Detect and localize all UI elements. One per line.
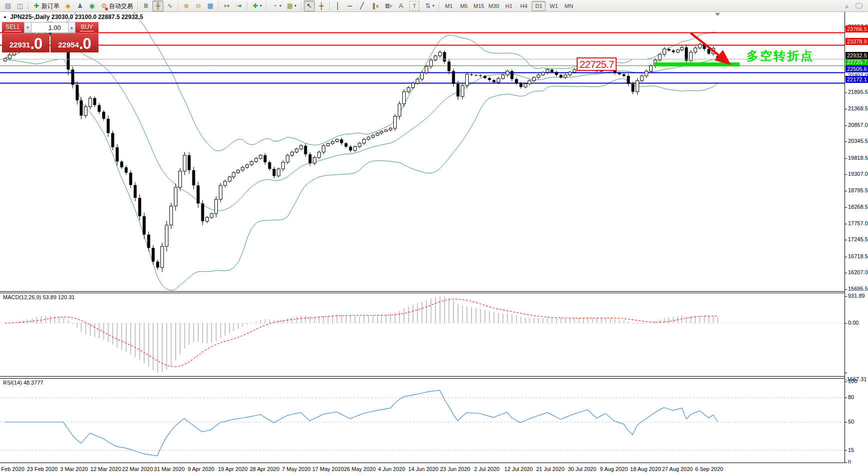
timeframe-h1[interactable]: H1: [502, 1, 516, 11]
date-label: 19 Apr 2020: [218, 466, 247, 472]
auto-scroll-icon[interactable]: ↦: [221, 0, 232, 11]
periods-icon-caret[interactable]: ▾: [279, 1, 281, 10]
volume-decrease-button[interactable]: ▼: [24, 22, 31, 33]
text-icon: A: [397, 1, 404, 10]
date-label: 23 Jun 2020: [440, 466, 470, 472]
auto-scroll-icon: ↦: [223, 1, 230, 10]
cursor-icon: ↖: [306, 1, 313, 10]
signals-icon[interactable]: ◉: [86, 0, 97, 11]
cursor-icon[interactable]: ↖: [304, 0, 315, 11]
rsi-tick: 15: [845, 447, 868, 454]
autotrading-button[interactable]: ⚙自动交易: [98, 0, 135, 11]
indicators-icon-caret[interactable]: ▾: [260, 1, 262, 10]
zoom-in-icon: ⊕: [183, 1, 190, 10]
price-annotation-box[interactable]: 22725.7: [577, 57, 617, 71]
turning-point-note[interactable]: 多空转折点: [747, 48, 814, 64]
trendline-icon[interactable]: ╱: [356, 0, 367, 11]
chart-shift-icon[interactable]: ⇥: [233, 0, 244, 11]
chart-shift-icon: ⇥: [235, 1, 242, 10]
price-axis[interactable]: 23957.022407.021895.521368.520857.020345…: [845, 12, 868, 463]
rsi-pane[interactable]: [0, 378, 845, 463]
chat-icon: [856, 2, 863, 11]
date-label: 27 Aug 2020: [662, 466, 693, 472]
date-label: 18 Aug 2020: [630, 466, 661, 472]
buy-price-display[interactable]: 22954 .0: [50, 33, 98, 52]
timeframe-d1[interactable]: D1: [532, 1, 546, 11]
date-label: 30 Jul 2020: [568, 466, 596, 472]
equidistant-channel-icon[interactable]: ∥E: [368, 0, 381, 11]
toolbar-separator: [247, 1, 247, 10]
metaeditor-icon[interactable]: ◆: [62, 0, 73, 11]
data-window-icon[interactable]: ◫: [14, 0, 25, 11]
date-label: 22 Mar 2020: [122, 466, 153, 472]
price-tick: 15695.5: [845, 285, 868, 292]
date-label: 14 Jun 2020: [408, 466, 439, 472]
volume-input[interactable]: 1.00: [31, 22, 68, 33]
buy-button[interactable]: BUY: [75, 22, 98, 33]
new-order-button[interactable]: ✚新订单: [31, 0, 61, 11]
arrows-icon-caret[interactable]: ▾: [432, 1, 434, 10]
volume-increase-button[interactable]: ▲: [68, 22, 75, 33]
timeframe-h4[interactable]: H4: [517, 1, 531, 11]
date-axis[interactable]: 3 Feb 202023 Feb 20203 Mar 202012 Mar 20…: [0, 464, 868, 475]
rsi-canvas[interactable]: [0, 379, 845, 463]
toolbar-separator: [28, 1, 28, 10]
price-tick: 18268.5: [845, 203, 868, 210]
chat-icon[interactable]: [854, 1, 865, 12]
macd-tick: 0.00: [845, 319, 868, 326]
timeframe-m15[interactable]: M15: [472, 1, 486, 11]
templates-icon[interactable]: ▦▾: [284, 0, 298, 11]
sell-price-display[interactable]: 22931 .0: [2, 33, 49, 52]
zoom-out-icon: ⊖: [195, 1, 202, 10]
bar-chart-icon: Ⅲ: [142, 1, 149, 10]
vertical-line-icon[interactable]: │: [332, 0, 343, 11]
text-label-icon[interactable]: T: [407, 0, 421, 11]
new-order-button-label: 新订单: [41, 1, 59, 10]
bar-chart-icon[interactable]: Ⅲ: [140, 0, 151, 11]
fibonacci-icon[interactable]: ≣F: [382, 0, 394, 11]
arrows-icon[interactable]: ⇅▾: [422, 0, 436, 11]
expert-advisors-icon[interactable]: ♟: [74, 0, 85, 11]
date-label: 26 May 2020: [344, 466, 376, 472]
timeframe-mn[interactable]: MN: [562, 1, 576, 11]
timeframe-m5[interactable]: M5: [457, 1, 471, 11]
level-price-badge: 22172.1: [846, 76, 868, 83]
date-label: 7 May 2020: [282, 466, 310, 472]
symbol-period-label: JPN225-,Daily: [10, 13, 49, 20]
crosshair-icon: ┼: [318, 1, 325, 10]
line-chart-icon[interactable]: ∿: [164, 0, 175, 11]
candlestick-icon[interactable]: ╫: [152, 0, 163, 11]
toolbar-separator: [301, 1, 301, 10]
toolbar-separator: [329, 1, 330, 10]
timeframe-m30[interactable]: M30: [487, 1, 501, 11]
line-chart-icon: ∿: [166, 1, 173, 10]
tile-windows-icon[interactable]: ▦: [205, 0, 216, 11]
rsi-label: RSI(14) 48.3777: [3, 380, 43, 386]
rsi-tick: 80: [845, 394, 868, 401]
top-toolbar: ▤◫✚新订单◆♟◉⚙自动交易Ⅲ╫∿⊕⊖▦↦⇥✚▾◔▾▦▾↖┼│─╱∥E≣FAT⇅…: [0, 0, 868, 12]
crosshair-icon[interactable]: ┼: [316, 0, 327, 11]
horizontal-line-icon[interactable]: ─: [344, 0, 355, 11]
price-tick: 17757.0: [845, 220, 868, 227]
sell-button[interactable]: SELL: [2, 22, 24, 33]
indicators-icon[interactable]: ✚▾: [250, 0, 264, 11]
one-click-trading-panel: SELL ▼ 1.00 ▲ BUY 22931 .0 22954 .0: [2, 22, 98, 52]
price-tick: 16718.5: [845, 253, 868, 260]
zoom-in-icon[interactable]: ⊕: [181, 0, 192, 11]
templates-icon-caret[interactable]: ▾: [294, 1, 296, 10]
timeframe-w1[interactable]: W1: [547, 1, 561, 11]
timeframe-m1[interactable]: M1: [442, 1, 456, 11]
zoom-out-icon[interactable]: ⊖: [193, 0, 204, 11]
search-icon[interactable]: ⌕: [842, 1, 853, 12]
chart-shift-marker[interactable]: [715, 13, 720, 16]
price-tick: 21895.5: [845, 88, 868, 95]
date-label: 6 Sep 2020: [695, 466, 723, 472]
market-watch-icon[interactable]: ▤: [2, 0, 13, 11]
macd-pane[interactable]: [0, 293, 845, 377]
date-label: 9 Apr 2020: [188, 466, 214, 472]
autotrading-button-label: 自动交易: [109, 1, 133, 10]
text-icon[interactable]: A: [395, 0, 406, 11]
macd-canvas[interactable]: [0, 293, 845, 376]
trend-arrow[interactable]: [686, 29, 736, 69]
periods-icon[interactable]: ◔▾: [269, 0, 283, 11]
